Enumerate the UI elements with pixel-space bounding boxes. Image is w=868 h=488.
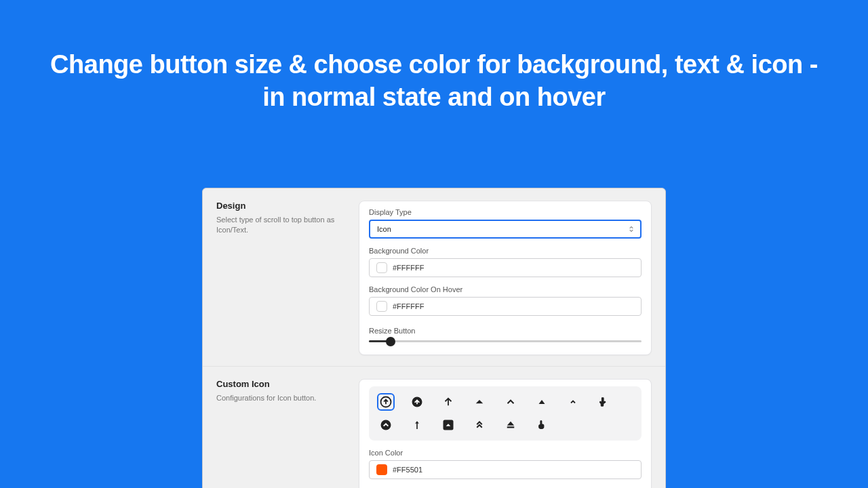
- icon-option-caret-up-solid[interactable]: [471, 393, 488, 411]
- icon-option-pointer-up[interactable]: [533, 416, 551, 434]
- svg-point-2: [381, 420, 391, 430]
- custom-icon-section: Custom Icon Configurations for Icon butt…: [203, 366, 665, 488]
- headline: Change button size & choose color for ba…: [0, 0, 868, 113]
- icon-option-circle-chevron-up[interactable]: [377, 416, 395, 434]
- icon-option-square-up[interactable]: [439, 416, 457, 434]
- icon-option-chevron-up-small[interactable]: [564, 393, 582, 411]
- icon-option-chevrons-up[interactable]: [471, 416, 488, 434]
- icon-color-input[interactable]: #FF5501: [369, 460, 642, 479]
- icon-color-field: Icon Color #FF5501: [369, 449, 642, 479]
- icon-color-label: Icon Color: [369, 449, 642, 457]
- bg-color-swatch: [376, 262, 387, 273]
- icon-option-arrow-up-thin[interactable]: [408, 416, 426, 434]
- icon-option-arrow-up[interactable]: [439, 393, 457, 411]
- design-side: Design Select type of scroll to top butt…: [216, 201, 345, 355]
- display-type-value: Icon: [377, 225, 391, 233]
- design-title: Design: [216, 201, 345, 211]
- bg-hover-value: #FFFFFF: [393, 302, 424, 310]
- icon-option-eject[interactable]: [502, 416, 519, 434]
- design-card: Display Type Icon Background Color #FFFF…: [359, 201, 652, 355]
- icon-grid: [369, 386, 642, 441]
- icon-option-circle-up-solid[interactable]: [408, 393, 426, 411]
- resize-label: Resize Button: [369, 327, 642, 335]
- icon-color-swatch: [376, 464, 387, 475]
- design-section: Design Select type of scroll to top butt…: [203, 188, 665, 359]
- resize-field: Resize Button: [369, 324, 642, 342]
- bg-hover-label: Background Color On Hover: [369, 285, 642, 293]
- display-type-select[interactable]: Icon: [369, 220, 642, 239]
- settings-panel: Design Select type of scroll to top butt…: [202, 188, 666, 488]
- svg-rect-4: [507, 426, 515, 428]
- bg-color-label: Background Color: [369, 247, 642, 255]
- resize-slider-thumb[interactable]: [386, 337, 395, 346]
- bg-hover-swatch: [376, 301, 387, 312]
- bg-color-input[interactable]: #FFFFFF: [369, 258, 642, 277]
- icon-option-hand-point-up[interactable]: [595, 393, 613, 411]
- custom-icon-side: Custom Icon Configurations for Icon butt…: [216, 379, 345, 488]
- custom-icon-desc: Configurations for Icon button.: [216, 393, 345, 403]
- bg-hover-field: Background Color On Hover #FFFFFF: [369, 285, 642, 316]
- icon-option-triangle-up[interactable]: [533, 393, 551, 411]
- display-type-field: Display Type Icon: [369, 208, 642, 239]
- bg-hover-input[interactable]: #FFFFFF: [369, 297, 642, 316]
- custom-icon-title: Custom Icon: [216, 379, 345, 389]
- select-chevron-icon: [627, 224, 636, 234]
- icon-color-value: #FF5501: [393, 466, 422, 474]
- bg-color-field: Background Color #FFFFFF: [369, 247, 642, 277]
- design-desc: Select type of scroll to top button as I…: [216, 215, 345, 236]
- bg-color-value: #FFFFFF: [393, 264, 424, 272]
- icon-option-circle-arrow-up[interactable]: [377, 393, 395, 411]
- custom-icon-card: Icon Color #FF5501 Icon Color On Hover #…: [359, 379, 652, 488]
- display-type-label: Display Type: [369, 208, 642, 216]
- resize-slider[interactable]: [369, 340, 642, 342]
- icon-option-chevron-up[interactable]: [502, 393, 519, 411]
